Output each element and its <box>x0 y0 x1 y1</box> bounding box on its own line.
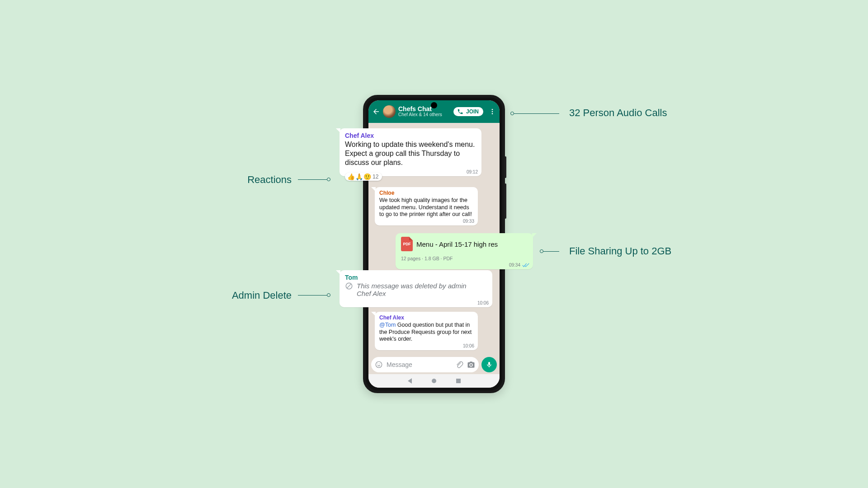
message-time: 10:06 <box>477 300 489 305</box>
message-time: 10:06 <box>463 343 474 348</box>
file-name: Menu - April 15-17 high res <box>416 240 498 248</box>
callout-file-text: File Sharing Up to 2GB <box>569 245 671 257</box>
message-bubble[interactable]: Chef Alex @Tom Good question but put tha… <box>375 312 478 350</box>
message-time: 09:34 <box>509 263 520 267</box>
attach-icon[interactable] <box>455 361 463 369</box>
join-label: JOIN <box>466 108 479 115</box>
mic-button[interactable] <box>481 357 497 372</box>
reaction-emoji: 🙏 <box>355 173 363 180</box>
callout-admin-delete: Admin Delete <box>201 290 292 301</box>
phone-screen: Chefs Chat Chef Alex & 14 others JOIN Ch… <box>368 100 500 388</box>
sender-name: Chef Alex <box>345 132 477 139</box>
input-placeholder: Message <box>387 361 412 368</box>
callout-audio-text: 32 Person Audio Calls <box>569 107 667 118</box>
reaction-emoji: 🙂 <box>363 173 371 180</box>
avatar[interactable] <box>383 105 396 118</box>
menu-icon[interactable] <box>489 108 496 115</box>
message-body: Working to update this weekend's menu. E… <box>345 140 477 167</box>
sender-name: Chloe <box>379 190 474 196</box>
message-time: 09:12 <box>467 169 478 174</box>
sender-name: Chef Alex <box>379 314 474 321</box>
read-ticks-icon <box>522 263 529 267</box>
reaction-count: 12 <box>373 174 378 180</box>
callout-reactions: Reactions <box>215 174 292 186</box>
message-bubble-file[interactable]: PDF Menu - April 15-17 high res 12 pages… <box>396 233 533 269</box>
svg-point-7 <box>380 364 381 365</box>
emoji-icon[interactable] <box>375 361 383 369</box>
svg-point-6 <box>377 364 378 365</box>
deleted-icon <box>345 282 353 290</box>
chat-input[interactable]: Message <box>371 357 479 372</box>
nav-recent-icon[interactable] <box>456 379 461 383</box>
callout-file: File Sharing Up to 2GB <box>569 245 671 257</box>
svg-point-1 <box>492 111 493 113</box>
svg-point-2 <box>492 113 493 114</box>
camera-icon[interactable] <box>467 361 475 369</box>
message-body: We took high quality images for the upda… <box>379 197 474 218</box>
chat-scroll[interactable]: Chef Alex Working to update this weekend… <box>368 123 500 356</box>
message-time: 09:33 <box>463 219 474 224</box>
sender-name: Tom <box>345 274 475 281</box>
pdf-icon: PDF <box>401 237 413 251</box>
reactions-pill[interactable]: 👍 🙏 🙂 12 <box>345 173 382 181</box>
nav-home-icon[interactable] <box>432 379 436 383</box>
message-bubble[interactable]: Chef Alex Working to update this weekend… <box>340 128 481 176</box>
callout-admin-text: Admin Delete <box>232 290 292 301</box>
svg-point-0 <box>492 109 493 110</box>
file-meta: 12 pages · 1.8 GB · PDF <box>401 256 453 261</box>
svg-line-4 <box>347 284 351 288</box>
message-bubble-deleted[interactable]: Tom This message was deleted by admin Ch… <box>340 270 492 307</box>
android-nav-bar <box>368 374 500 388</box>
callout-reactions-text: Reactions <box>247 174 292 185</box>
chat-subtitle: Chef Alex & 14 others <box>398 113 442 117</box>
back-icon[interactable] <box>372 108 380 116</box>
message-body: This message was deleted by admin Chef A… <box>357 282 475 297</box>
phone-frame: Chefs Chat Chef Alex & 14 others JOIN Ch… <box>363 95 505 393</box>
nav-back-icon[interactable] <box>408 378 412 384</box>
join-call-button[interactable]: JOIN <box>453 107 483 116</box>
chat-input-row: Message <box>371 357 497 372</box>
message-bubble[interactable]: Chloe We took high quality images for th… <box>375 187 478 225</box>
callout-audio: 32 Person Audio Calls <box>569 107 667 119</box>
mention[interactable]: @Tom <box>379 322 396 328</box>
reaction-emoji: 👍 <box>347 173 355 180</box>
svg-point-5 <box>376 361 382 368</box>
